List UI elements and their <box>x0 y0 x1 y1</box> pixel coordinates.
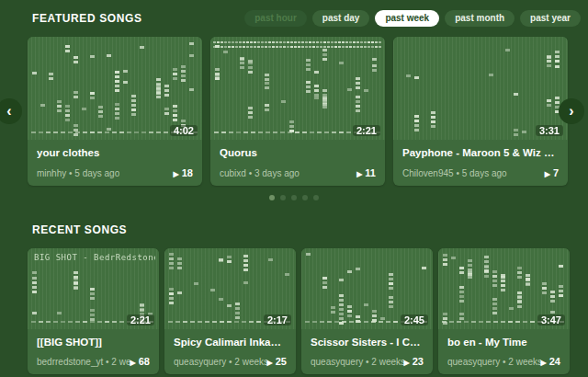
duration-badge: 4:02 <box>170 125 198 136</box>
song-card-body: Spicy Calimari Inkantation queasyquery •… <box>164 329 296 374</box>
song-card-body: [[BIG SHOT]] bedrredstone_yt • 2 weeks a… <box>28 329 159 374</box>
carousel-next-button[interactable]: › <box>559 98 584 124</box>
song-meta: Chiloven945 • 5 days ago ▶ 7 <box>402 167 559 178</box>
filter-past-hour[interactable]: past hour <box>244 10 307 27</box>
duration-badge: 2:21 <box>353 125 380 136</box>
thumbnail-text: BIG SHOT - BedrRedstone <box>34 253 155 262</box>
song-thumbnail[interactable]: 2:17 <box>164 248 296 329</box>
carousel-prev-button[interactable]: ‹ <box>0 98 22 124</box>
song-title[interactable]: your clothes <box>37 147 193 158</box>
song-title[interactable]: Spicy Calimari Inkantation <box>174 337 287 348</box>
play-count: ▶ 23 <box>404 356 424 367</box>
author-link[interactable]: Chiloven945 <box>402 168 454 178</box>
song-title[interactable]: [[BIG SHOT]] <box>37 337 150 348</box>
song-meta: bedrredstone_yt • 2 weeks ago ▶ 68 <box>37 356 150 367</box>
song-title[interactable]: Payphone - Maroon 5 & Wiz Khalifa <box>402 147 559 158</box>
song-meta: queasyquery • 2 weeks ago ▶ 25 <box>174 356 287 367</box>
play-count: ▶ 11 <box>356 167 376 178</box>
author-line: Chiloven945 • 5 days ago <box>402 168 507 178</box>
upload-time: 3 days ago <box>254 168 300 178</box>
song-card-body: your clothes minhhy • 5 days ago ▶ 18 <box>28 140 202 186</box>
author-link[interactable]: queasyquery <box>174 357 226 367</box>
filter-past-day[interactable]: past day <box>312 10 370 27</box>
carousel-dot-3[interactable] <box>291 195 297 200</box>
play-icon: ▶ <box>541 359 547 367</box>
song-meta: cubixd • 3 days ago ▶ 11 <box>220 167 376 178</box>
author-link[interactable]: bedrredstone_yt <box>37 357 103 367</box>
upload-time: 5 days ago <box>462 168 507 178</box>
song-card[interactable]: BIG SHOT - BedrRedstone 2:21 [[BIG SHOT]… <box>28 248 159 374</box>
song-title[interactable]: Scissor Sisters - I Can't Decide <box>311 337 424 348</box>
song-card-body: Scissor Sisters - I Can't Decide queasyq… <box>301 329 433 374</box>
song-title[interactable]: Quorus <box>220 147 376 158</box>
song-card[interactable]: 3:31 Payphone - Maroon 5 & Wiz Khalifa C… <box>393 37 568 186</box>
play-count: ▶ 18 <box>174 167 193 178</box>
play-icon: ▶ <box>174 170 179 178</box>
filter-past-week[interactable]: past week <box>375 10 439 27</box>
page: FEATURED SONGS past hourpast daypast wee… <box>0 0 588 377</box>
meta-separator-icon: • <box>363 357 371 367</box>
song-card-body: Payphone - Maroon 5 & Wiz Khalifa Chilov… <box>393 140 568 186</box>
meta-separator-icon: • <box>226 357 234 367</box>
upload-time: 2 weeks ago <box>111 357 130 367</box>
song-thumbnail[interactable]: 2:21 <box>210 37 385 140</box>
play-count-value: 7 <box>553 167 559 178</box>
chevron-left-icon: ‹ <box>6 103 11 119</box>
duration-badge: 2:21 <box>127 314 154 326</box>
song-card[interactable]: 4:02 your clothes minhhy • 5 days ago ▶ … <box>28 37 202 186</box>
song-thumbnail[interactable]: 2:45 <box>301 248 433 329</box>
author-link[interactable]: cubixd <box>220 168 246 178</box>
author-line: queasyquery • 2 weeks ago <box>447 357 541 367</box>
recent-card-row: BIG SHOT - BedrRedstone 2:21 [[BIG SHOT]… <box>28 248 588 374</box>
song-meta: queasyquery • 2 weeks ago ▶ 24 <box>447 356 560 367</box>
duration-badge: 3:31 <box>536 125 563 136</box>
play-icon: ▶ <box>356 170 362 178</box>
upload-time: 2 weeks ago <box>508 357 540 367</box>
song-thumbnail[interactable]: BIG SHOT - BedrRedstone 2:21 <box>28 248 159 329</box>
carousel-dot-2[interactable] <box>280 195 286 200</box>
play-icon: ▶ <box>130 359 136 367</box>
song-card[interactable]: 2:45 Scissor Sisters - I Can't Decide qu… <box>301 248 433 374</box>
song-card[interactable]: 2:17 Spicy Calimari Inkantation queasyqu… <box>164 248 296 374</box>
duration-badge: 2:45 <box>401 314 428 326</box>
play-count: ▶ 68 <box>130 356 150 367</box>
carousel-dot-4[interactable] <box>302 195 308 200</box>
upload-time: 2 weeks ago <box>234 357 266 367</box>
carousel-dot-5[interactable] <box>313 195 319 200</box>
upload-time: 2 weeks ago <box>371 357 403 367</box>
author-line: cubixd • 3 days ago <box>220 168 300 178</box>
author-link[interactable]: queasyquery <box>311 357 363 367</box>
filter-past-month[interactable]: past month <box>445 10 514 27</box>
play-icon: ▶ <box>545 170 550 178</box>
author-link[interactable]: queasyquery <box>447 357 500 367</box>
author-line: bedrredstone_yt • 2 weeks ago <box>37 357 130 367</box>
recent-songs-heading: RECENT SONGS <box>32 223 588 236</box>
song-card[interactable]: 2:21 Quorus cubixd • 3 days ago ▶ 11 <box>210 37 385 186</box>
play-icon: ▶ <box>267 359 273 367</box>
meta-separator-icon: • <box>500 357 508 367</box>
play-icon: ▶ <box>404 359 410 367</box>
meta-separator-icon: • <box>66 168 74 178</box>
carousel-dot-1[interactable] <box>269 195 275 200</box>
author-line: queasyquery • 2 weeks ago <box>311 357 404 367</box>
featured-card-row: 4:02 your clothes minhhy • 5 days ago ▶ … <box>28 37 588 186</box>
song-thumbnail[interactable]: 3:31 <box>393 37 568 140</box>
play-count: ▶ 24 <box>541 356 560 367</box>
play-count-value: 68 <box>139 356 150 367</box>
song-card[interactable]: 3:47 bo en - My Time queasyquery • 2 wee… <box>438 248 570 374</box>
play-count: ▶ 7 <box>545 167 559 178</box>
time-filters: past hourpast daypast weekpast monthpast… <box>244 10 581 27</box>
play-count-value: 11 <box>365 167 376 178</box>
song-card-body: Quorus cubixd • 3 days ago ▶ 11 <box>210 140 385 186</box>
play-count-value: 25 <box>276 356 287 367</box>
song-thumbnail[interactable]: 4:02 <box>28 37 202 140</box>
song-title[interactable]: bo en - My Time <box>447 337 560 348</box>
author-link[interactable]: minhhy <box>37 168 66 178</box>
song-meta: minhhy • 5 days ago ▶ 18 <box>37 167 193 178</box>
duration-badge: 3:47 <box>537 314 565 326</box>
song-meta: queasyquery • 2 weeks ago ▶ 23 <box>311 356 424 367</box>
song-thumbnail[interactable]: 3:47 <box>438 248 570 329</box>
filter-past-year[interactable]: past year <box>520 10 581 27</box>
meta-separator-icon: • <box>454 168 462 178</box>
meta-separator-icon: • <box>246 168 254 178</box>
